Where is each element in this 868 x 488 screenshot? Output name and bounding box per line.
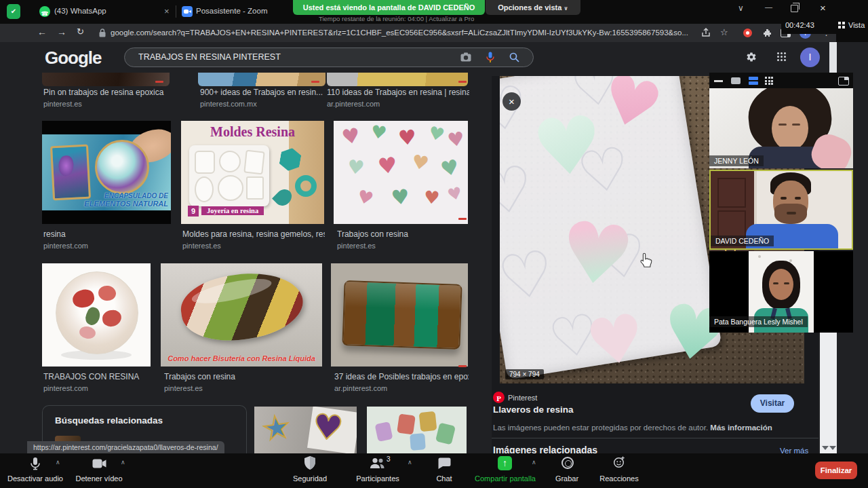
- preview-source[interactable]: Pinterest: [508, 394, 537, 402]
- close-preview-button[interactable]: [502, 92, 521, 111]
- view-options-button[interactable]: Opciones de vista: [486, 0, 580, 15]
- reload-icon[interactable]: [77, 26, 84, 37]
- mute-audio-label: Desactivar audio: [3, 474, 68, 483]
- result-title[interactable]: 37 ideas de Posibles trabajos en epoxi..…: [334, 372, 469, 381]
- tab-zoom[interactable]: Posasistente - Zoom: [196, 7, 291, 15]
- speaker-view-icon[interactable]: [731, 77, 741, 84]
- result-caption[interactable]: 900+ ideas de Trabajos en resin...pinter…: [200, 88, 326, 108]
- result-caption[interactable]: resinapinterest.com: [43, 229, 169, 250]
- extensions-puzzle-icon[interactable]: [763, 29, 772, 37]
- security-button[interactable]: Seguridad: [285, 453, 334, 488]
- google-logo[interactable]: Google: [45, 48, 102, 69]
- decor: [502, 457, 507, 468]
- vista-grid-icon: [838, 22, 846, 29]
- overlay-line: ELEMENTOS NATURAL: [84, 200, 168, 208]
- camera-search-icon[interactable]: [460, 52, 471, 62]
- collapse-chevron-icon[interactable]: [738, 3, 744, 13]
- result-caption[interactable]: Trabajos con resinapinterest.es: [164, 372, 300, 392]
- result-image-keychains[interactable]: [367, 407, 467, 453]
- result-image[interactable]: [42, 73, 170, 86]
- see-more-link[interactable]: Ver más: [780, 447, 808, 453]
- end-meeting-button[interactable]: Finalizar: [815, 462, 857, 479]
- strip-view-icon-active[interactable]: [749, 77, 758, 85]
- record-icon: [561, 457, 574, 469]
- result-caption[interactable]: 37 ideas de Posibles trabajos en epoxi..…: [334, 372, 469, 392]
- banner-number: 9: [188, 206, 199, 217]
- url-text[interactable]: google.com/search?q=TRABAJOS+EN+RESINA+P…: [111, 29, 692, 37]
- result-image-table[interactable]: [331, 263, 468, 367]
- voice-search-icon[interactable]: [486, 52, 494, 63]
- result-caption[interactable]: Pin on trabajos de resina epoxicapintere…: [43, 88, 179, 108]
- search-icon[interactable]: [509, 52, 519, 62]
- scroll-down-arrow-icon[interactable]: [822, 446, 829, 450]
- close-window-icon[interactable]: [820, 2, 826, 14]
- gallery-view-icon[interactable]: [765, 77, 774, 85]
- close-tab-icon[interactable]: [164, 6, 170, 16]
- decor: [419, 411, 437, 432]
- participant-video-jenny[interactable]: JENNY LEÓN: [709, 88, 853, 168]
- reactions-button[interactable]: Reacciones: [595, 453, 643, 488]
- vista-button[interactable]: Vista: [848, 21, 865, 29]
- result-caption[interactable]: 110 ideas de Trabajos en resina | resina…: [327, 88, 469, 108]
- scrollbar-track[interactable]: [820, 333, 837, 453]
- participant-video-lesly[interactable]: Pata Banguera Lesly Mishel: [709, 251, 853, 333]
- back-icon[interactable]: [37, 26, 47, 37]
- layout-icon[interactable]: [838, 77, 849, 86]
- minimize-icon[interactable]: [765, 3, 772, 11]
- result-image-bowl[interactable]: [42, 263, 151, 367]
- restore-icon[interactable]: [791, 5, 798, 12]
- result-title[interactable]: 110 ideas de Trabajos en resina | resina…: [327, 88, 469, 97]
- tab-whatsapp[interactable]: (43) WhatsApp: [54, 7, 156, 15]
- recording-extension-icon[interactable]: [743, 29, 752, 37]
- audio-options-chevron-icon[interactable]: [56, 459, 60, 466]
- result-title[interactable]: Pin on trabajos de resina epoxica: [43, 88, 179, 97]
- image-overlay-title: Moldes Resina: [181, 124, 324, 140]
- video-options-chevron-icon[interactable]: [121, 459, 125, 466]
- visit-button[interactable]: Visitar: [751, 394, 794, 413]
- result-image[interactable]: [198, 73, 326, 86]
- decor: [410, 152, 431, 174]
- result-title[interactable]: resina: [43, 229, 169, 239]
- result-caption[interactable]: Trabajos con resinapinterest.es: [337, 229, 466, 250]
- result-image-bisuteria[interactable]: Como hacer Bisutería con Resina Líquida: [161, 263, 322, 367]
- preview-title[interactable]: Llaveros de resina: [493, 405, 574, 415]
- decor: [781, 52, 783, 54]
- bookmark-star-icon[interactable]: [720, 27, 728, 37]
- result-caption[interactable]: TRABAJOS CON RESINApinterest.com: [43, 372, 155, 392]
- scrollbar-thumb[interactable]: [829, 42, 837, 73]
- share-page-icon[interactable]: [701, 28, 711, 37]
- decor: [784, 59, 786, 61]
- result-image-star-heart[interactable]: [254, 407, 357, 453]
- result-image-moldes[interactable]: Moldes Resina 9 Joyería en resina: [181, 121, 324, 224]
- share-options-chevron-icon[interactable]: [532, 459, 536, 466]
- more-info-link[interactable]: Más información: [710, 424, 772, 432]
- minimize-videos-icon[interactable]: [714, 80, 723, 82]
- participants-label: Participantes: [349, 474, 406, 483]
- settings-gear-icon[interactable]: [746, 52, 757, 62]
- result-title[interactable]: Trabajos con resina: [164, 372, 300, 381]
- participants-button[interactable]: 3 Participantes: [349, 453, 406, 488]
- decor: [781, 56, 783, 58]
- record-button[interactable]: Grabar: [547, 453, 587, 488]
- result-title[interactable]: Moldes para resina, resina gemelos, resi…: [182, 229, 325, 239]
- participants-chevron-icon[interactable]: [408, 459, 412, 466]
- result-image-encapsulado[interactable]: ENCAPSULADO DE ELEMENTOS NATURAL: [42, 121, 171, 224]
- forward-icon[interactable]: [57, 26, 66, 37]
- shield-icon: [304, 456, 315, 470]
- search-input[interactable]: [137, 52, 438, 62]
- result-title[interactable]: TRABAJOS CON RESINA: [43, 372, 155, 381]
- result-title[interactable]: 900+ ideas de Trabajos en resin...: [200, 88, 326, 97]
- phone-glyph: [41, 10, 48, 17]
- result-title[interactable]: Trabajos con resina: [337, 229, 466, 239]
- search-box[interactable]: [124, 48, 534, 67]
- google-profile-avatar[interactable]: I: [800, 48, 820, 67]
- participant-video-david-active[interactable]: DAVID CEDEÑO: [709, 170, 853, 250]
- chat-button[interactable]: Chat: [427, 453, 461, 488]
- scroll-down-arrow-icon[interactable]: [829, 446, 836, 450]
- result-image-hearts[interactable]: [334, 121, 468, 224]
- result-image[interactable]: [327, 73, 468, 86]
- decor: [446, 185, 464, 204]
- result-caption[interactable]: Moldes para resina, resina gemelos, resi…: [182, 229, 325, 250]
- google-apps-icon[interactable]: [777, 52, 787, 62]
- red-dash-mark: [458, 218, 467, 220]
